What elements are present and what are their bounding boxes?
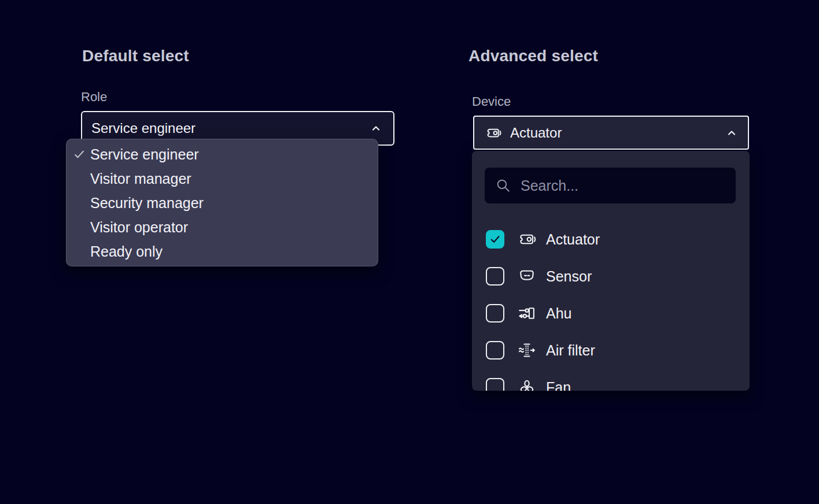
role-label: Role [81,90,107,105]
role-dropdown: Service engineer Visitor manager Securit… [66,139,378,266]
checkbox[interactable] [486,304,504,323]
option-label: Visitor operator [90,219,188,236]
chevron-up-icon [726,127,737,139]
fan-icon [517,377,537,391]
checkbox[interactable] [486,230,504,249]
device-select[interactable]: Actuator [473,116,749,150]
search-field[interactable] [485,168,736,203]
actuator-icon [517,229,537,249]
device-option-list: Actuator Sensor [472,221,750,391]
device-option-air-filter[interactable]: Air filter [472,332,750,369]
search-icon [495,177,511,194]
ahu-icon [517,303,537,323]
option-service-engineer[interactable]: Service engineer [67,142,378,166]
checkbox[interactable] [486,378,504,391]
check-icon [73,149,85,160]
default-select-heading: Default select [82,47,189,65]
option-label: Visitor manager [90,171,191,187]
device-option-label: Actuator [546,231,600,248]
check-icon [488,232,502,246]
checkbox[interactable] [486,267,504,286]
device-label: Device [472,94,511,109]
device-option-fan[interactable]: Fan [472,369,750,391]
device-dropdown: Actuator Sensor [472,151,750,391]
option-label: Service engineer [90,146,199,163]
option-ready-only[interactable]: Ready only [67,239,378,264]
page-background: { "colors": { "background": "#030321", "… [0,0,819,504]
advanced-select-heading: Advanced select [468,47,598,65]
chevron-up-icon [370,123,382,134]
actuator-icon [485,124,502,142]
option-security-manager[interactable]: Security manager [67,191,378,215]
device-option-label: Sensor [546,268,592,285]
device-select-value: Actuator [510,125,562,141]
device-option-label: Fan [546,379,571,391]
device-option-actuator[interactable]: Actuator [472,221,750,258]
device-option-label: Air filter [546,342,595,359]
option-label: Security manager [90,195,204,212]
device-option-ahu[interactable]: Ahu [472,295,750,332]
option-visitor-operator[interactable]: Visitor operator [67,215,378,239]
option-label: Ready only [90,243,163,260]
device-option-sensor[interactable]: Sensor [472,258,750,295]
checkbox[interactable] [486,341,504,360]
air-filter-icon [517,340,537,360]
sensor-icon [517,266,537,286]
device-option-label: Ahu [546,305,571,322]
search-input[interactable] [521,177,725,194]
role-select-value: Service engineer [91,120,195,136]
option-visitor-manager[interactable]: Visitor manager [67,166,378,191]
